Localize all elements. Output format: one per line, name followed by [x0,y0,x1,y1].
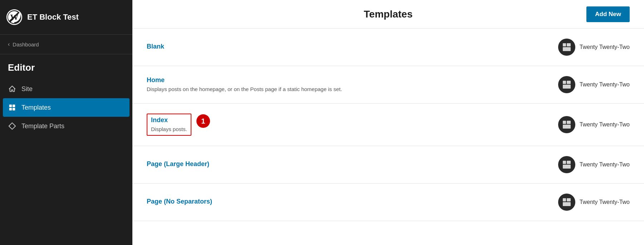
template-theme: Twenty Twenty-Two [558,156,630,173]
template-list: Blank Twenty Twenty-Two Home Disp [132,29,644,245]
template-info: Index Displays posts. 1 [147,114,544,136]
dashboard-back-link[interactable]: ‹ Dashboard [0,35,132,54]
sidebar-item-template-parts[interactable]: Template Parts [0,117,132,135]
template-theme: Twenty Twenty-Two [558,194,630,211]
wordpress-logo: W [6,9,22,25]
theme-name: Twenty Twenty-Two [580,44,630,50]
table-row[interactable]: Page (No Separators) Twenty Twenty-Two [132,184,644,221]
theme-name: Twenty Twenty-Two [580,121,630,128]
table-row[interactable]: Home Displays posts on the homepage, or … [132,66,644,104]
sidebar-header: W ET Block Test [0,0,132,35]
svg-rect-2 [9,105,12,107]
theme-icon [558,116,575,133]
svg-rect-7 [567,43,571,46]
svg-text:W: W [10,13,19,22]
badge-1: 1 [196,114,210,128]
svg-rect-3 [13,105,15,107]
svg-rect-16 [567,161,571,164]
theme-icon [558,194,575,211]
index-highlighted-box: Index Displays posts. [147,114,191,136]
svg-rect-10 [567,81,571,84]
top-bar: Templates Add New [132,0,644,29]
back-label: Dashboard [13,41,39,48]
svg-rect-19 [567,198,571,201]
table-row[interactable]: Index Displays posts. 1 Twenty Twenty-Tw… [132,104,644,146]
svg-rect-14 [563,125,571,129]
theme-icon [558,156,575,173]
svg-rect-15 [563,161,566,164]
svg-rect-5 [13,108,15,110]
template-name[interactable]: Page (No Separators) [147,198,212,205]
svg-rect-4 [9,108,12,110]
svg-rect-9 [563,81,566,84]
svg-rect-11 [563,85,571,89]
diamond-icon [8,122,16,130]
svg-rect-8 [563,47,571,51]
svg-rect-18 [563,198,566,201]
theme-icon [558,39,575,56]
home-icon [8,85,16,93]
svg-rect-17 [563,165,571,169]
svg-rect-6 [563,43,566,46]
theme-name: Twenty Twenty-Two [580,161,630,168]
svg-rect-13 [567,121,571,124]
sidebar: W ET Block Test ‹ Dashboard Editor Site [0,0,132,245]
template-theme: Twenty Twenty-Two [558,116,630,133]
template-description: Displays posts. [151,125,187,133]
main-content: Templates Add New Blank Twenty Twenty-Tw… [132,0,644,245]
template-name[interactable]: Blank [147,43,164,50]
template-name[interactable]: Index [151,116,168,124]
sidebar-item-site-label: Site [21,85,33,93]
table-row[interactable]: Page (Large Header) Twenty Twenty-Two [132,146,644,184]
site-title: ET Block Test [27,12,79,22]
templates-icon [8,103,16,112]
index-row-content: Index Displays posts. 1 [147,114,544,136]
sidebar-item-site[interactable]: Site [0,80,132,98]
sidebar-item-templates-label: Templates [21,104,51,111]
template-name[interactable]: Page (Large Header) [147,160,209,168]
template-theme: Twenty Twenty-Two [558,76,630,93]
template-info: Page (No Separators) [147,198,544,207]
editor-section-label: Editor [0,54,132,77]
theme-name: Twenty Twenty-Two [580,81,630,88]
template-name[interactable]: Home [147,76,165,84]
svg-rect-12 [563,121,566,124]
template-theme: Twenty Twenty-Two [558,39,630,56]
theme-name: Twenty Twenty-Two [580,199,630,205]
template-info: Blank [147,43,544,52]
theme-icon [558,76,575,93]
page-title: Templates [308,9,469,20]
template-info: Home Displays posts on the homepage, or … [147,76,544,93]
template-info: Page (Large Header) [147,160,544,169]
back-arrow-icon: ‹ [8,41,10,48]
sidebar-item-template-parts-label: Template Parts [21,122,64,130]
template-description: Displays posts on the homepage, or on th… [147,85,544,93]
sidebar-nav: Site Templates Template Parts [0,77,132,138]
table-row[interactable]: Blank Twenty Twenty-Two [132,29,644,66]
add-new-button[interactable]: Add New [586,6,630,22]
sidebar-item-templates[interactable]: Templates [3,98,130,117]
svg-rect-20 [563,202,571,206]
